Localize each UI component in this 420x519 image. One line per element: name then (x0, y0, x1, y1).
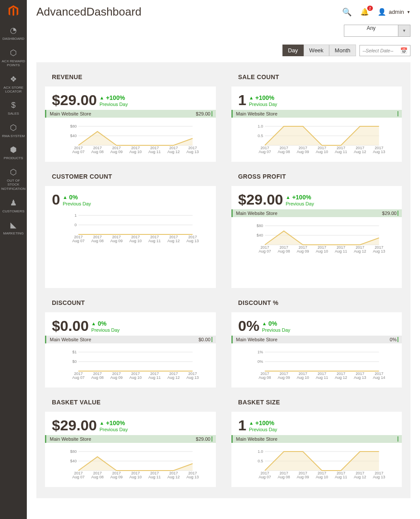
svg-text:$40: $40 (70, 134, 77, 138)
svg-text:Aug 13: Aug 13 (372, 249, 385, 253)
card-discount-: DISCOUNT % 0% ▲0% Previous Day Main Webs… (231, 299, 402, 388)
svg-text:Aug 11: Aug 11 (315, 375, 328, 380)
store-value: 0% (390, 337, 398, 342)
trend: ▲+100% Previous Day (99, 94, 128, 107)
card-grid: REVENUE $29.00 ▲+100% Previous Day Main … (45, 74, 402, 487)
metric-value: 1 (238, 418, 247, 432)
page-title: AdvancedDashboard (36, 5, 141, 19)
calendar-icon[interactable]: 📅 (400, 47, 407, 54)
header: AdvancedDashboard 🔍 🔔2 👤 admin ▼ (27, 0, 420, 23)
svg-text:Aug 13: Aug 13 (186, 475, 199, 479)
svg-text:Aug 11: Aug 11 (148, 475, 161, 479)
svg-text:Aug 07: Aug 07 (258, 249, 271, 253)
svg-text:Aug 10: Aug 10 (129, 239, 142, 243)
svg-text:Aug 09: Aug 09 (296, 150, 309, 154)
store-bar: Main Website Store$29.00 (45, 110, 216, 118)
trend-change: +100% (255, 420, 274, 427)
nav-label: ACX REWARD POINTS (1, 59, 26, 67)
store-name: Main Website Store (50, 337, 91, 342)
date-placeholder: --Select Date-- (362, 48, 394, 53)
trend-sub: Previous Day (99, 102, 128, 107)
chart: 012017Aug 072017Aug 082017Aug 092017Aug … (52, 213, 209, 243)
store-value: $29.00 (196, 436, 212, 442)
svg-text:Aug 09: Aug 09 (110, 375, 123, 380)
trend-sub: Previous Day (99, 427, 128, 432)
user-menu[interactable]: 👤 admin ▼ (378, 8, 410, 16)
chart: $0$12017Aug 072017Aug 082017Aug 092017Au… (52, 349, 209, 380)
svg-text:Aug 07: Aug 07 (72, 475, 85, 479)
svg-text:$80: $80 (256, 224, 263, 228)
search-icon[interactable]: 🔍 (342, 7, 352, 17)
trend: ▲+100% Previous Day (99, 420, 128, 432)
trend-sub: Previous Day (63, 201, 91, 207)
nav-icon: ⬢ (1, 145, 26, 154)
svg-text:1.0: 1.0 (257, 449, 263, 454)
svg-text:Aug 09: Aug 09 (296, 475, 309, 479)
store-name: Main Website Store (236, 436, 278, 442)
trend-change: +100% (106, 94, 125, 102)
svg-text:Aug 13: Aug 13 (372, 475, 385, 479)
svg-text:Aug 12: Aug 12 (167, 475, 180, 479)
nav-item-acx-store-locator[interactable]: ❖ACX STORE LOCATOR (0, 71, 27, 97)
metric-value: $29.00 (52, 418, 97, 432)
date-input[interactable]: --Select Date-- 📅 (359, 45, 410, 56)
card-title: GROSS PROFIT (231, 173, 402, 180)
card-body: 1 ▲+100% Previous Day Main Website Store… (231, 86, 402, 162)
card-discount: DISCOUNT $0.00 ▲0% Previous Day Main Web… (45, 299, 216, 388)
svg-text:Aug 12: Aug 12 (167, 375, 180, 380)
metric-value: 1 (238, 93, 247, 107)
svg-text:Aug 13: Aug 13 (186, 150, 199, 154)
svg-text:1.0: 1.0 (257, 124, 263, 128)
store-bar: Main Website Store (231, 110, 402, 118)
store-value: $29.00 (196, 111, 212, 116)
svg-text:Aug 10: Aug 10 (296, 375, 309, 380)
chart: $40$802017Aug 072017Aug 082017Aug 092017… (238, 223, 395, 253)
card-gross-profit: GROSS PROFIT $29.00 ▲+100% Previous Day … (231, 173, 402, 288)
nav-item-out-of-stock-notification[interactable]: ⬡OUT OF STOCK NOTIFICATION (0, 164, 27, 195)
svg-text:Aug 12: Aug 12 (353, 475, 366, 479)
chevron-up-icon: ▲ (63, 195, 67, 200)
nav-item-rma-system[interactable]: ⬡RMA SYSTEM (0, 119, 27, 142)
store-bar: Main Website Store$29.00 (231, 209, 402, 217)
card-sale-count: SALE COUNT 1 ▲+100% Previous Day Main We… (231, 74, 402, 162)
card-revenue: REVENUE $29.00 ▲+100% Previous Day Main … (45, 74, 216, 162)
period-tab-day[interactable]: Day (282, 45, 304, 56)
store-select-dropdown-button[interactable]: ▼ (398, 25, 410, 37)
nav-item-customers[interactable]: ♟CUSTOMERS (0, 195, 27, 217)
chevron-up-icon: ▲ (91, 321, 96, 327)
store-select[interactable]: Any ▼ (344, 25, 410, 37)
svg-text:Aug 10: Aug 10 (129, 375, 142, 380)
svg-text:$1: $1 (72, 350, 77, 354)
svg-text:Aug 09: Aug 09 (277, 375, 290, 380)
chart: $40$802017Aug 072017Aug 082017Aug 092017… (52, 449, 209, 479)
svg-text:Aug 10: Aug 10 (129, 150, 142, 154)
nav-icon: ❖ (1, 74, 26, 84)
svg-text:1%: 1% (257, 350, 263, 354)
nav-label: MARKETING (1, 231, 26, 236)
nav-item-products[interactable]: ⬢PRODUCTS (0, 141, 27, 164)
magento-logo[interactable] (6, 3, 21, 19)
main: AdvancedDashboard 🔍 🔔2 👤 admin ▼ Any ▼ D… (27, 0, 420, 519)
svg-text:Aug 09: Aug 09 (110, 475, 123, 479)
store-bar: Main Website Store (231, 435, 402, 443)
card-basket-value: BASKET VALUE $29.00 ▲+100% Previous Day … (45, 399, 216, 487)
store-bar: Main Website Store$29.00 (45, 435, 216, 443)
nav-item-sales[interactable]: $SALES (0, 97, 27, 119)
period-tab-week[interactable]: Week (304, 45, 329, 56)
svg-text:Aug 07: Aug 07 (72, 375, 85, 380)
store-value: $0.00 (199, 337, 212, 342)
trend-change: 0% (98, 320, 106, 327)
nav-label: SALES (1, 112, 26, 116)
chevron-up-icon: ▲ (249, 420, 253, 426)
nav-item-marketing[interactable]: ◣MARKETING (0, 217, 27, 239)
card-body: $29.00 ▲+100% Previous Day Main Website … (45, 86, 216, 162)
card-title: BASKET SIZE (231, 399, 402, 406)
notification-bell[interactable]: 🔔2 (360, 8, 369, 16)
nav-item-dashboard[interactable]: ◔DASHBOARD (0, 22, 27, 45)
trend-sub: Previous Day (286, 201, 314, 207)
nav-item-acx-reward-points[interactable]: ⬡ACX REWARD POINTS (0, 45, 27, 71)
metric-value: $29.00 (52, 93, 97, 107)
period-tab-month[interactable]: Month (329, 45, 356, 56)
metric-value: $0.00 (52, 318, 89, 333)
notification-badge: 2 (367, 6, 373, 11)
